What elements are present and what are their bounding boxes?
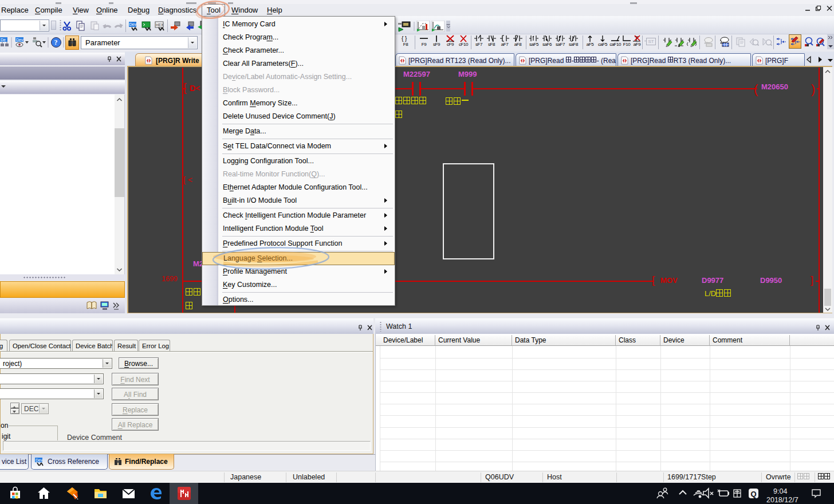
svg-text:2018/12/7: 2018/12/7	[766, 496, 798, 503]
svg-text:?: ?	[54, 38, 58, 46]
svg-text:{ }: { }	[402, 36, 407, 42]
svg-text:Dev: Dev	[16, 38, 23, 42]
svg-text:De: De	[1, 38, 6, 42]
svg-text:HEX: HEX	[156, 23, 164, 27]
svg-text:Q: Q	[751, 490, 757, 498]
svg-text:Dev: Dev	[129, 22, 137, 26]
svg-text:Dev: Dev	[36, 458, 43, 462]
svg-text:9:04: 9:04	[773, 487, 787, 495]
